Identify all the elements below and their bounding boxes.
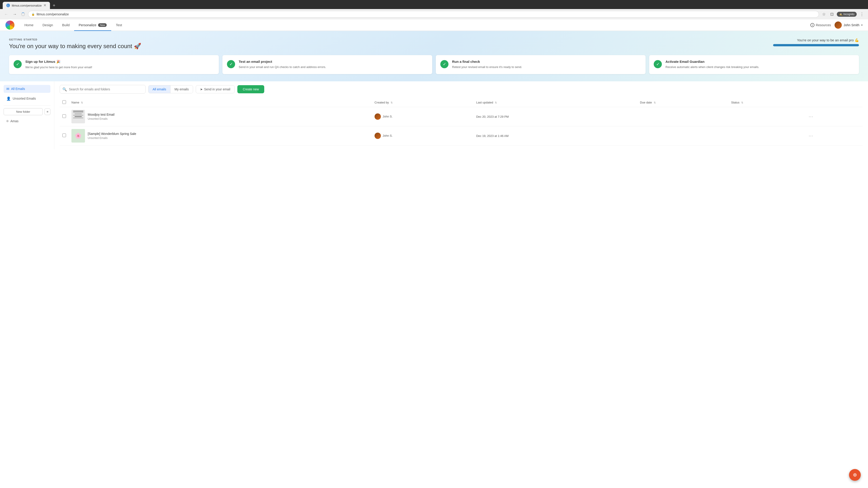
incognito-badge: 🕵 Incognito [837,12,857,17]
th-checkbox [60,98,69,107]
gs-card-signup-desc: We're glad you're here to get more from … [25,65,92,70]
email-name-area-2: [Sample] Wonderblum Spring Sale Unsorted… [88,132,136,140]
profile-button[interactable]: ⊡ [829,11,835,18]
chevron-down-icon: ▾ [861,24,863,27]
address-bar[interactable]: 🔒 litmus.com/personalize [28,11,819,18]
row-updated-cell-1: Dec 20, 2023 at 7:29 PM [473,107,638,126]
row-checkbox-2[interactable] [62,133,66,137]
date-2: Dec 19, 2023 at 1:46 AM [476,134,508,138]
forward-button[interactable]: → [11,11,18,18]
nav-item-build[interactable]: Build [58,20,74,31]
nav-item-personalize[interactable]: Personalize New [74,20,111,31]
table-header-row: Name ⇅ Created by ⇅ Last updated ⇅ Due [60,98,863,107]
url-text: litmus.com/personalize [37,12,69,16]
nav-item-design[interactable]: Design [38,20,58,31]
sidebar-item-all-emails[interactable]: ✉ All Emails [4,85,51,93]
email-name-1: Moodjoy test Email [88,113,114,116]
gs-card-guardian-desc: Receive automatic alerts when client cha… [665,65,759,69]
row-more-button-1[interactable]: ⋯ [807,113,815,120]
incognito-icon: 🕵 [839,13,842,16]
create-new-button[interactable]: Create new [237,85,265,93]
sidebar-item-unsorted[interactable]: 👤 Unsorted Emails [4,95,51,103]
row-created-by-cell-2: John S. [372,126,473,145]
email-list-toolbar: 🔍 All emails My emails ➤ Send in your em… [60,85,863,94]
browser-tabs: L litmus.com/personalize ✕ + [3,2,865,9]
gs-card-signup: ✓ Sign up for Litmus 🎉 We're glad you're… [9,55,219,74]
sort-status-icon[interactable]: ⇅ [741,101,743,104]
email-name-area-1: Moodjoy test Email Unsorted Emails [88,113,114,121]
nav-right: i Resources John Smith ▾ [810,22,863,29]
gs-card-check-desc: Retest your revised email to ensure it's… [452,65,522,69]
row-more-button-2[interactable]: ⋯ [807,132,815,139]
row-checkbox-cell-1 [60,107,69,126]
logo[interactable] [5,21,14,30]
gs-check-guardian: ✓ [654,60,662,68]
date-1: Dec 20, 2023 at 7:29 PM [476,115,509,119]
nav-item-test[interactable]: Test [111,20,127,31]
resources-button[interactable]: i Resources [810,23,831,27]
row-actions-cell-1: ⋯ [804,107,863,126]
user-area[interactable]: John Smith ▾ [835,22,863,29]
user-name-1: John S. [383,115,393,118]
row-checkbox-1[interactable] [62,114,66,118]
th-name: Name ⇅ [69,98,372,107]
filter-my-emails-button[interactable]: My emails [170,86,193,93]
tab-title: litmus.com/personalize [12,4,41,7]
tab-close-button[interactable]: ✕ [43,4,46,7]
sidebar-folder-amas[interactable]: Amas [4,118,51,124]
sort-created-icon[interactable]: ⇅ [391,101,393,104]
logo-image [5,21,14,30]
row-name-cell-1: Moodjoy test Email Unsorted Emails [69,107,372,126]
reload-button[interactable] [20,11,26,17]
sidebar-folder-amas-label: Amas [10,119,19,123]
select-all-checkbox[interactable] [62,100,66,104]
new-folder-button[interactable]: New folder [4,108,43,115]
new-tab-button[interactable]: + [51,2,57,9]
gs-check-test: ✓ [227,60,235,68]
search-icon: 🔍 [62,87,67,91]
sidebar-new-folder-area: New folder ≡ [4,108,51,115]
top-nav: Home Design Build Personalize New Test i… [0,20,868,31]
sidebar-all-emails-label: All Emails [11,87,25,91]
gs-card-test: ✓ Test an email project Send in your ema… [222,55,432,74]
gs-title: You're on your way to making every send … [9,43,141,50]
sidebar-unsorted-label: Unsorted Emails [13,97,36,100]
th-last-updated: Last updated ⇅ [473,98,638,107]
browser-toolbar: ← → 🔒 litmus.com/personalize ☆ ⊡ 🕵 Incog… [0,9,868,20]
gs-card-check: ✓ Run a final check Retest your revised … [436,55,646,74]
help-fab-button[interactable]: ⊕ [849,469,861,481]
search-input[interactable] [60,85,146,94]
back-button[interactable]: ← [3,11,9,18]
browser-chrome: L litmus.com/personalize ✕ + [0,0,868,9]
send-in-email-button[interactable]: ➤ Send in your email [196,85,235,93]
user-avatar [835,22,842,29]
lock-icon: 🔒 [31,13,35,16]
folder-dot-amas [6,120,8,122]
gs-title-area: GETTING STARTED You're on your way to ma… [9,38,141,50]
row-checkbox-cell-2 [60,126,69,145]
loading-spinner [21,12,25,16]
nav-item-home[interactable]: Home [20,20,38,31]
bookmark-button[interactable]: ☆ [821,11,827,18]
row-due-cell-2 [637,126,728,145]
row-created-by-cell-1: John S. [372,107,473,126]
gs-label: GETTING STARTED [9,38,141,41]
gs-card-test-desc: Send in your email and run QA checks to … [239,65,326,69]
sort-due-icon[interactable]: ⇅ [654,101,656,104]
sort-updated-icon[interactable]: ⇅ [495,101,497,104]
email-folder-1: Unsorted Emails [88,117,114,121]
active-tab[interactable]: L litmus.com/personalize ✕ [3,2,50,9]
row-due-cell-1 [637,107,728,126]
gs-card-test-title: Test an email project [239,60,326,64]
th-created-by: Created by ⇅ [372,98,473,107]
info-icon: i [810,23,814,27]
email-list: 🔍 All emails My emails ➤ Send in your em… [54,81,868,149]
email-folder-2: Unsorted Emails [88,136,136,140]
row-status-cell-1 [728,107,804,126]
filter-all-emails-button[interactable]: All emails [149,86,170,93]
sort-name-icon[interactable]: ⇅ [81,101,83,104]
folder-list-icon-button[interactable]: ≡ [44,108,51,115]
email-info-1: Moodjoy test Email Unsorted Emails [71,110,369,123]
row-name-cell-2: 🌸 [Sample] Wonderblum Spring Sale Unsort… [69,126,372,145]
menu-button[interactable]: ⋮ [859,11,865,18]
